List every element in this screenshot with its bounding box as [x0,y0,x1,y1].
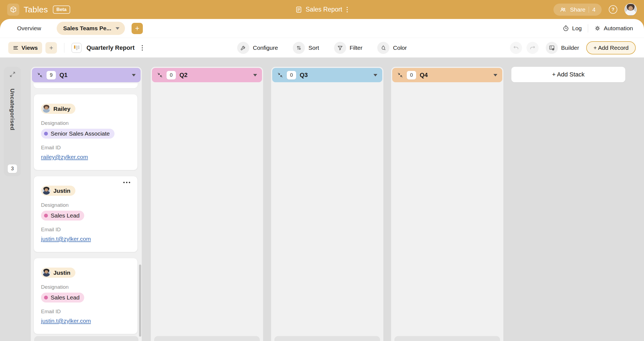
designation-value: Senior Sales Associate [51,130,110,137]
configure-button[interactable]: Configure [237,42,278,54]
stack-title: Q3 [300,72,308,79]
card-partial[interactable] [34,83,138,88]
view-toolbar: Views + Quarterly Report Configure [0,38,644,57]
designation-tag: Sales Lead [41,211,84,221]
app-title: Tables [24,5,48,14]
field-label-email: Email ID [41,227,130,233]
user-avatar[interactable] [624,3,637,16]
filter-label: Filter [350,45,362,51]
field-label-designation: Designation [41,202,130,208]
tables-logo-icon[interactable] [7,4,19,16]
tag-dot [44,214,48,218]
stack-q2: 0 Q2 [151,67,263,341]
card-menu-icon[interactable] [122,180,132,185]
add-stack-button[interactable]: + Add Stack [511,67,625,82]
document-menu-icon[interactable] [345,6,349,13]
chevron-down-icon[interactable] [493,74,497,76]
divider [589,7,589,13]
color-label: Color [393,45,407,51]
configure-label: Configure [253,45,278,51]
record-name-pill: Railey [41,104,75,114]
add-view-button[interactable]: + [45,42,57,54]
stack-footer-bar[interactable] [34,336,138,341]
views-label: Views [21,45,38,51]
log-button[interactable]: Log [563,25,582,32]
stack-uncategorised-collapsed[interactable]: Uncategorised 3 [4,67,21,176]
divider [64,43,64,53]
funnel-icon [334,42,346,54]
filter-button[interactable]: Filter [334,42,362,54]
color-button[interactable]: Color [377,42,407,54]
collapse-icon[interactable] [277,72,283,78]
avatar [42,105,51,113]
tab-overview[interactable]: Overview [16,23,42,34]
automation-gear-icon [594,25,601,32]
record-name-pill: Justin [41,268,75,278]
color-drop-icon [377,42,389,54]
stack-title: Q2 [179,72,187,79]
builder-icon [546,42,558,54]
sheet-selector[interactable]: Sales Teams Pe... [57,22,125,35]
stack-q4: 0 Q4 [391,67,503,341]
share-button[interactable]: Share 4 [553,4,602,16]
share-label: Share [570,6,585,13]
workspace-sheet: Overview Sales Teams Pe... + Log [0,19,644,57]
app-header: Tables Beta Sales Report Share 4 ? [0,0,644,19]
record-name-pill: Justin [41,186,75,196]
stack-count-badge: 9 [47,71,56,79]
stack-header[interactable]: 0 Q2 [152,68,262,82]
stack-header[interactable]: 0 Q4 [392,68,502,82]
collapse-icon[interactable] [397,72,403,78]
view-menu-icon[interactable] [141,44,144,52]
add-record-button[interactable]: + Add Record [586,41,636,54]
email-link[interactable]: railey@zylker.com [41,154,88,160]
collapse-icon[interactable] [37,72,43,78]
stack-title: Q4 [420,72,428,79]
stack-q3: 0 Q3 [271,67,383,341]
stack-count-badge: 0 [167,71,176,79]
sort-button[interactable]: Sort [293,42,319,54]
email-link[interactable]: justin.t@zylker.com [41,318,91,324]
chevron-down-icon[interactable] [253,74,257,76]
stack-header[interactable]: 0 Q3 [272,68,382,82]
undo-button[interactable] [510,42,522,54]
record-card[interactable]: Justin Designation Sales Lead Email ID j… [34,176,138,252]
sort-arrows-icon [293,42,305,54]
record-card[interactable]: Justin Designation Sales Lead Email ID j… [34,258,138,334]
stack-header[interactable]: 9 Q1 [32,68,141,82]
view-name[interactable]: Quarterly Report [86,44,135,51]
stack-footer-bar[interactable] [274,336,380,341]
views-button[interactable]: Views [8,42,42,54]
document-icon [295,6,302,13]
stack-q1: 9 Q1 Railey Designation Senior Sales Ass… [31,67,142,341]
sort-label: Sort [309,45,319,51]
people-icon [560,6,567,13]
stack-title: Q1 [59,72,67,79]
chevron-down-icon[interactable] [373,74,377,76]
tag-dot [44,296,48,299]
document-title[interactable]: Sales Report [306,6,342,13]
scrollbar-thumb[interactable] [139,265,141,337]
record-name: Railey [53,106,70,112]
add-sheet-button[interactable]: + [132,23,143,34]
designation-value: Sales Lead [51,212,80,219]
collapse-icon[interactable] [157,72,163,78]
record-card[interactable]: Railey Designation Senior Sales Associat… [34,94,138,170]
expand-icon[interactable] [9,71,16,78]
chevron-down-icon[interactable] [132,74,136,76]
stack-footer-bar[interactable] [154,336,260,341]
avatar [42,186,51,195]
record-name: Justin [53,270,70,276]
stack-count-badge: 0 [287,71,296,79]
beta-badge: Beta [53,6,70,14]
field-label-email: Email ID [41,145,130,151]
field-label-designation: Designation [41,284,130,290]
redo-button[interactable] [526,42,539,54]
field-label-designation: Designation [41,120,130,126]
builder-button[interactable]: Builder [546,42,579,54]
stack-footer-bar[interactable] [394,336,500,341]
help-icon[interactable]: ? [609,5,617,14]
automation-button[interactable]: Automation [594,25,633,32]
avatar [42,268,51,277]
email-link[interactable]: justin.t@zylker.com [41,236,91,242]
